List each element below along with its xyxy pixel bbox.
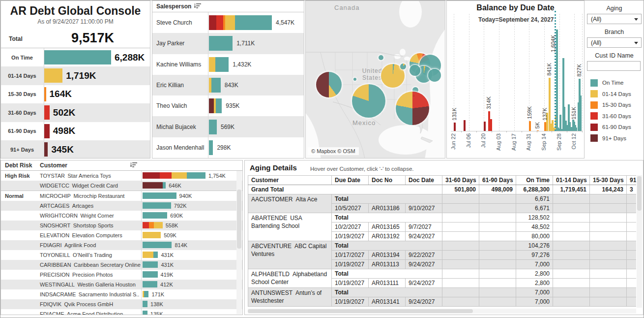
balance-bar[interactable] bbox=[490, 119, 492, 131]
map-pie[interactable] bbox=[428, 69, 441, 82]
debt-scrollbar[interactable] bbox=[236, 171, 242, 314]
column-header[interactable]: 91+ Days bbox=[627, 176, 637, 185]
column-header[interactable]: Doc Date bbox=[406, 176, 442, 185]
salesperson-bar[interactable] bbox=[209, 78, 221, 93]
column-header[interactable]: 15-30 Days bbox=[590, 176, 627, 185]
balance-bar[interactable] bbox=[454, 123, 456, 131]
kpi-bucket-bar[interactable] bbox=[44, 50, 111, 64]
aging-vertical-scrollbar-thumb[interactable] bbox=[637, 176, 642, 211]
kpi-bucket-bar[interactable] bbox=[44, 142, 48, 157]
map-pie[interactable] bbox=[379, 55, 383, 60]
customer-total-row[interactable]: ANTUNSWEST Antun’s of WestchesterTotal7,… bbox=[248, 288, 637, 297]
debt-row[interactable]: WRIGHTCORN Wright Corner690K bbox=[1, 211, 242, 221]
branch-filter-dropdown[interactable]: (All) bbox=[587, 37, 642, 48]
debt-row[interactable]: TOYONEILL O’Neill’s Trading431K bbox=[1, 250, 242, 260]
debt-row[interactable]: ELEVATION Elevation Computers509K bbox=[1, 230, 242, 240]
column-header[interactable]: 31-60 Days bbox=[442, 176, 479, 185]
customer-bar[interactable] bbox=[143, 232, 161, 238]
balance-bar[interactable] bbox=[560, 129, 562, 131]
customer-total-row[interactable]: AACUSTOMER Alta AceTotal6,671 bbox=[248, 194, 637, 204]
balance-bar[interactable] bbox=[549, 78, 551, 131]
salesperson-bar[interactable] bbox=[209, 36, 233, 51]
balance-bar[interactable] bbox=[529, 121, 531, 131]
aging-horizontal-scrollbar[interactable] bbox=[248, 309, 636, 314]
balance-bar[interactable] bbox=[580, 95, 582, 131]
balance-bar[interactable] bbox=[556, 30, 558, 131]
debt-row[interactable]: FDIACME Acme Food Distribution135K bbox=[1, 309, 242, 315]
debt-row[interactable]: SNOSHORT Shortstop Sports558K bbox=[1, 221, 242, 230]
map-pie[interactable] bbox=[353, 78, 356, 81]
customer-bar[interactable] bbox=[143, 212, 167, 219]
aging-vertical-scrollbar[interactable] bbox=[637, 175, 642, 308]
customer-total-row[interactable]: ALPHABETLD Alphabetland School CenterTot… bbox=[248, 269, 637, 279]
customer-bar[interactable] bbox=[143, 242, 172, 248]
balance-bar[interactable] bbox=[464, 120, 466, 131]
legend-item[interactable]: On Time bbox=[590, 77, 644, 89]
customer-bar[interactable] bbox=[143, 311, 147, 315]
customer-cell[interactable]: AACUSTOMER Alta Ace bbox=[248, 194, 332, 213]
legend-item[interactable]: 15-30 Days bbox=[590, 99, 644, 111]
legend-item[interactable]: 31-60 Days bbox=[590, 111, 644, 122]
column-header[interactable]: 01-14 Days bbox=[553, 176, 590, 185]
customer-cell[interactable]: ABARTENDE USA Bartending School bbox=[248, 213, 332, 241]
customer-bar[interactable] bbox=[143, 291, 148, 297]
sort-icon[interactable] bbox=[194, 3, 201, 9]
customer-bar[interactable] bbox=[143, 172, 205, 179]
column-header[interactable]: On Time bbox=[516, 176, 553, 185]
debt-row[interactable]: PRECISION Precision Photos419K bbox=[1, 270, 242, 280]
aging-horizontal-scrollbar-thumb[interactable] bbox=[248, 309, 473, 313]
map-pie[interactable] bbox=[400, 64, 406, 69]
customer-cell[interactable]: ABCVENTURE ABC Capital Ventures bbox=[248, 241, 332, 269]
legend-item[interactable]: 61-90 Days bbox=[590, 122, 644, 133]
customer-total-row[interactable]: ABARTENDE USA Bartending SchoolTotal128,… bbox=[248, 213, 637, 223]
customer-bar[interactable] bbox=[143, 192, 176, 199]
kpi-bucket-bar[interactable] bbox=[44, 87, 46, 101]
salesperson-bar[interactable] bbox=[209, 98, 222, 113]
customer-cell[interactable]: ANTUNSWEST Antun’s of Westchester bbox=[248, 288, 332, 307]
map-pie[interactable] bbox=[352, 84, 385, 118]
sort-icon[interactable] bbox=[130, 162, 137, 168]
cust-id-input[interactable] bbox=[587, 61, 641, 71]
balance-bar[interactable] bbox=[484, 122, 486, 131]
debt-row[interactable]: WESTINGALL Westin Galleria Houston412K bbox=[1, 280, 242, 289]
customer-bar[interactable] bbox=[143, 252, 158, 258]
today-reference-line[interactable] bbox=[555, 11, 556, 131]
balance-bar[interactable] bbox=[559, 115, 561, 131]
customer-bar[interactable] bbox=[143, 202, 171, 209]
salesperson-bar[interactable] bbox=[209, 140, 213, 155]
customer-total-row[interactable]: ABCVENTURE ABC Capital VenturesTotal104,… bbox=[248, 241, 637, 251]
legend-item[interactable]: 01-14 Days bbox=[590, 89, 644, 100]
map-pie[interactable] bbox=[316, 72, 342, 97]
debt-row[interactable]: FDIQVIK Qvik Process GmbH138K bbox=[1, 299, 242, 309]
customer-bar[interactable] bbox=[143, 182, 166, 189]
debt-scrollbar-thumb[interactable] bbox=[237, 190, 241, 249]
salesperson-bar[interactable] bbox=[209, 57, 229, 72]
grand-total-row[interactable]: Grand Total501,800498,0096,288,3001,719,… bbox=[248, 185, 637, 194]
salesperson-bar[interactable] bbox=[209, 15, 272, 30]
customer-bar[interactable] bbox=[143, 271, 158, 278]
customer-bar[interactable] bbox=[143, 261, 158, 268]
column-header[interactable]: Doc No bbox=[369, 176, 406, 185]
kpi-bucket-bar[interactable] bbox=[44, 105, 50, 120]
column-header[interactable]: Due Date bbox=[332, 176, 369, 185]
salesperson-bar[interactable] bbox=[209, 120, 217, 134]
customer-bar[interactable] bbox=[143, 281, 157, 287]
customer-bar[interactable] bbox=[143, 301, 147, 307]
column-header[interactable]: Customer bbox=[248, 176, 332, 185]
debt-row[interactable]: ARTCAGES Artcages792K bbox=[1, 201, 242, 211]
map-pie[interactable] bbox=[410, 65, 420, 76]
debt-row[interactable]: NormalMICROCHIP Microchip Restaurant940K bbox=[1, 191, 242, 201]
customer-cell[interactable]: ALPHABETLD Alphabetland School Center bbox=[248, 269, 332, 288]
debt-row[interactable]: High RiskTOYSTAR Star America Toys1,754K bbox=[1, 171, 242, 181]
debt-row[interactable]: INDSACRAME Sacramento Industrial S..171K bbox=[1, 289, 242, 299]
aging-filter-dropdown[interactable]: (All) bbox=[587, 14, 642, 24]
column-header[interactable]: 61-90 Days bbox=[479, 176, 516, 185]
kpi-bucket-bar[interactable] bbox=[44, 68, 62, 83]
debt-row[interactable]: FDIAGRI Agrilink Food814K bbox=[1, 240, 242, 250]
legend-item[interactable]: 91+ Days bbox=[590, 133, 644, 144]
balance-bar[interactable] bbox=[537, 130, 539, 131]
customer-bar[interactable] bbox=[143, 222, 163, 228]
kpi-bucket-bar[interactable] bbox=[44, 124, 50, 138]
map-pie[interactable] bbox=[396, 92, 429, 125]
debt-row[interactable]: WIDGETCC Widget Credit Card646K bbox=[1, 181, 242, 191]
